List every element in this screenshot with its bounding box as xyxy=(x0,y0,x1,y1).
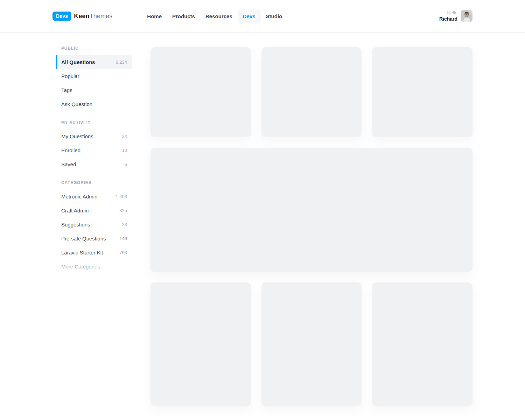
sidebar-item-label: Tags xyxy=(61,87,72,93)
sidebar-item-metronic-admin[interactable]: Metronic Admin 1,403 xyxy=(56,189,132,203)
placeholder-card xyxy=(261,47,362,137)
placeholder-card-featured xyxy=(150,148,472,272)
nav-item-resources[interactable]: Resources xyxy=(200,9,238,23)
placeholder-card xyxy=(372,282,472,406)
placeholder-row-bottom xyxy=(150,282,472,406)
top-header: Devs KeenThemes Home Products Resources … xyxy=(0,0,525,33)
sidebar-item-count: 24 xyxy=(122,134,127,139)
page-layout: PUBLIC All Questions 6,234 Popular Tags … xyxy=(0,33,525,420)
sidebar-section-public: PUBLIC All Questions 6,234 Popular Tags … xyxy=(56,46,136,111)
sidebar-item-my-questions[interactable]: My Questions 24 xyxy=(56,129,132,143)
sidebar-section-my-activity: MY ACTIVITY My Questions 24 Enrolled 10 … xyxy=(56,120,136,171)
placeholder-card xyxy=(150,282,251,406)
brand-text-light: Themes xyxy=(90,13,113,20)
nav-item-devs[interactable]: Devs xyxy=(238,9,261,23)
sidebar-item-laravic-starter-kit[interactable]: Laravic Starter Kit 793 xyxy=(56,245,132,259)
sidebar-item-more-categories[interactable]: More Categories xyxy=(56,259,132,273)
nav-item-studio[interactable]: Studio xyxy=(261,9,288,23)
sidebar-item-count: 325 xyxy=(119,208,127,213)
sidebar-item-tags[interactable]: Tags xyxy=(56,83,132,97)
main-nav: Home Products Resources Devs Studio xyxy=(142,9,287,23)
sidebar-item-label: Suggestions xyxy=(61,222,90,227)
brand-text-bold: Keen xyxy=(74,13,89,20)
nav-item-home[interactable]: Home xyxy=(142,9,167,23)
placeholder-card xyxy=(372,47,472,137)
sidebar-item-label: Popular xyxy=(61,73,79,79)
user-text: Hello Richard xyxy=(439,10,457,22)
user-menu[interactable]: Hello Richard xyxy=(439,10,472,22)
user-name: Richard xyxy=(439,16,457,22)
sidebar-item-label: All Questions xyxy=(61,59,95,65)
sidebar-section-title: MY ACTIVITY xyxy=(56,120,132,125)
sidebar-item-label: Enrolled xyxy=(61,147,80,153)
sidebar-item-craft-admin[interactable]: Craft Admin 325 xyxy=(56,203,132,217)
sidebar-item-saved[interactable]: Saved 6 xyxy=(56,157,132,171)
sidebar-item-count: 6 xyxy=(125,162,127,167)
placeholder-row-top xyxy=(150,47,472,137)
sidebar-item-count: 10 xyxy=(122,148,127,153)
sidebar-item-count: 146 xyxy=(119,236,127,241)
sidebar-item-label: Ask Question xyxy=(61,101,92,107)
sidebar-item-all-questions[interactable]: All Questions 6,234 xyxy=(56,55,132,69)
placeholder-card xyxy=(261,282,362,406)
sidebar-item-count: 6,234 xyxy=(115,59,127,65)
sidebar-item-enrolled[interactable]: Enrolled 10 xyxy=(56,143,132,157)
sidebar-item-label: Metronic Admin xyxy=(61,194,97,200)
sidebar-item-count: 23 xyxy=(122,222,127,227)
sidebar-item-label: Pre-sale Questions xyxy=(61,236,106,241)
user-greeting: Hello xyxy=(439,10,457,16)
sidebar-item-count: 1,403 xyxy=(115,194,127,199)
sidebar: PUBLIC All Questions 6,234 Popular Tags … xyxy=(56,33,136,420)
sidebar-item-label: My Questions xyxy=(61,133,93,139)
sidebar-item-label: Laravic Starter Kit xyxy=(61,250,103,255)
main-content xyxy=(136,33,525,420)
brand-logo[interactable]: Devs KeenThemes xyxy=(52,12,112,21)
sidebar-item-popular[interactable]: Popular xyxy=(56,69,132,83)
sidebar-item-ask-question[interactable]: Ask Question xyxy=(56,97,132,111)
sidebar-item-pre-sale-questions[interactable]: Pre-sale Questions 146 xyxy=(56,231,132,245)
sidebar-item-label: More Categories xyxy=(61,264,100,270)
placeholder-card xyxy=(150,47,251,137)
sidebar-section-title: CATEGORIES xyxy=(56,180,132,185)
brand-text: KeenThemes xyxy=(74,13,112,20)
sidebar-item-suggestions[interactable]: Suggestions 23 xyxy=(56,217,132,231)
sidebar-item-label: Saved xyxy=(61,161,76,167)
sidebar-item-count: 793 xyxy=(119,250,127,255)
sidebar-section-title: PUBLIC xyxy=(56,46,132,51)
sidebar-item-label: Craft Admin xyxy=(61,208,89,214)
sidebar-section-categories: CATEGORIES Metronic Admin 1,403 Craft Ad… xyxy=(56,180,136,273)
devs-logo-badge: Devs xyxy=(52,12,71,21)
nav-item-products[interactable]: Products xyxy=(167,9,200,23)
user-avatar[interactable] xyxy=(461,10,472,22)
